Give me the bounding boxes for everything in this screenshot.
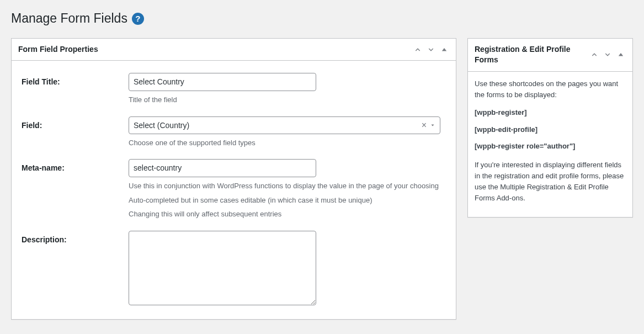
field-type-help: Choose one of the supported field types [129,137,449,149]
chevron-up-icon [590,51,598,59]
field-title-help: Title of the field [129,94,449,105]
toggle-panel-button[interactable] [438,44,450,56]
side-intro-text: Use these shortcodes on the pages you wa… [475,78,626,100]
page-title: Manage Form Fields ? [11,6,633,38]
side-box-title: Registration & Edit Profile Forms [468,39,588,71]
side-move-down-button[interactable] [602,49,614,61]
meta-name-help-1: Use this in conjunction with WordPress f… [129,181,449,192]
select-clear-icon[interactable]: × [422,120,427,130]
meta-name-help-2: Auto-completed but in some cases editabl… [129,195,449,206]
field-type-selected-value: Select (Country) [134,121,189,130]
move-up-button[interactable] [412,44,424,56]
meta-name-label: Meta-name: [18,159,129,172]
chevron-up-icon [414,46,422,54]
main-box-header: Form Field Properties [12,39,456,61]
chevron-down-icon [427,46,435,54]
field-type-label: Field: [18,116,129,130]
description-label: Description: [18,231,129,244]
triangle-up-icon [441,46,448,53]
field-type-select[interactable]: Select (Country) × [129,116,440,134]
page-title-text: Manage Form Fields [11,10,127,27]
field-title-input[interactable] [129,73,316,91]
main-box-title: Form Field Properties [12,39,105,61]
triangle-up-icon [618,51,624,58]
help-icon[interactable]: ? [132,13,144,25]
form-field-properties-box: Form Field Properties [11,38,456,320]
description-textarea[interactable] [129,231,316,305]
meta-name-input[interactable] [129,159,316,177]
field-title-label: Field Title: [18,73,129,86]
shortcode-register: [wppb-register] [475,107,626,118]
side-box-header: Registration & Edit Profile Forms [468,39,632,72]
shortcode-edit-profile: [wppb-edit-profile] [475,124,626,135]
chevron-down-icon [604,51,611,59]
side-toggle-panel-button[interactable] [615,49,627,61]
side-move-up-button[interactable] [588,49,600,61]
caret-down-icon [430,123,435,128]
meta-name-help-3: Changing this will only affect subsequen… [129,209,449,220]
move-down-button[interactable] [425,44,437,56]
shortcode-register-role: [wppb-register role="author"] [475,141,626,152]
registration-forms-box: Registration & Edit Profile Forms [467,38,633,218]
side-note-text: If you're interested in displaying diffe… [475,160,626,204]
